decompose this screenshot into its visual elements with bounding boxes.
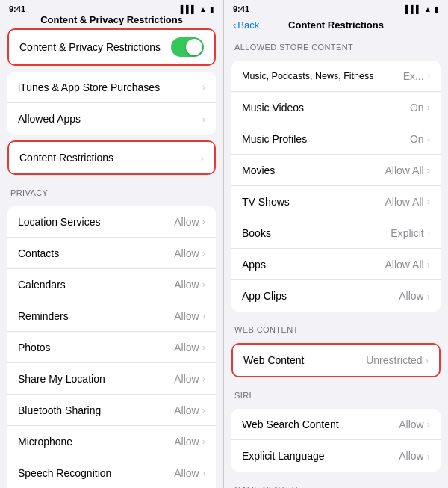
calendars-row[interactable]: Calendars Allow › xyxy=(7,269,216,300)
siri-group: Web Search Content Allow › Explicit Lang… xyxy=(231,409,441,472)
wifi-icon: ▲ xyxy=(424,5,432,13)
chevron-icon: › xyxy=(202,81,205,93)
chevron-icon: › xyxy=(202,436,205,447)
content-restrictions-label: Content Restrictions xyxy=(19,152,201,164)
app-clips-row[interactable]: App Clips Allow › xyxy=(231,280,441,312)
web-search-row[interactable]: Web Search Content Allow › xyxy=(231,409,441,440)
speech-value: Allow xyxy=(174,467,199,479)
calendars-label: Calendars xyxy=(18,279,174,291)
music-podcasts-row[interactable]: Music, Podcasts, News, Fitness Ex... › xyxy=(231,61,441,92)
music-podcasts-label: Music, Podcasts, News, Fitness xyxy=(242,71,403,81)
privacy-restrictions-toggle-row[interactable]: Content & Privacy Restrictions xyxy=(9,30,214,64)
location-value: Allow xyxy=(174,216,199,228)
chevron-icon: › xyxy=(202,279,205,290)
chevron-icon: › xyxy=(202,216,205,227)
chevron-icon: › xyxy=(427,196,430,207)
books-value: Explicit xyxy=(391,227,423,239)
music-videos-label: Music Videos xyxy=(242,102,410,114)
contacts-label: Contacts xyxy=(18,247,174,259)
toggle-knob xyxy=(186,39,202,55)
right-status-bar: 9:41 ▌▌▌ ▲ ▮ xyxy=(224,0,448,16)
web-content-header: WEB CONTENT xyxy=(224,318,448,337)
itunes-purchases-row[interactable]: iTunes & App Store Purchases › xyxy=(7,72,216,103)
app-clips-value: Allow xyxy=(399,290,423,302)
allowed-store-header: ALLOWED STORE CONTENT xyxy=(224,35,448,55)
location-label: Location Services xyxy=(18,216,174,228)
books-label: Books xyxy=(242,227,391,239)
chevron-icon: › xyxy=(427,451,430,462)
right-status-icons: ▌▌▌ ▲ ▮ xyxy=(405,5,439,13)
microphone-row[interactable]: Microphone Allow › xyxy=(7,426,216,457)
web-content-highlight: Web Content Unrestricted › xyxy=(231,343,441,377)
apps-row[interactable]: Apps Allow All › xyxy=(231,249,441,280)
contacts-value: Allow xyxy=(174,247,199,259)
web-content-row[interactable]: Web Content Unrestricted › xyxy=(233,345,439,376)
tv-shows-row[interactable]: TV Shows Allow All › xyxy=(231,186,441,217)
allowed-apps-label: Allowed Apps xyxy=(18,113,202,125)
photos-value: Allow xyxy=(174,342,199,353)
tv-shows-value: Allow All xyxy=(385,196,424,208)
itunes-purchases-label: iTunes & App Store Purchases xyxy=(18,81,202,93)
privacy-section-header: PRIVACY xyxy=(0,181,223,200)
chevron-icon: › xyxy=(202,310,205,321)
reminders-label: Reminders xyxy=(18,310,174,322)
chevron-icon: › xyxy=(427,291,430,302)
left-time: 9:41 xyxy=(9,4,25,13)
wifi-icon: ▲ xyxy=(199,5,207,13)
photos-label: Photos xyxy=(18,342,174,353)
chevron-icon: › xyxy=(202,404,205,416)
movies-row[interactable]: Movies Allow All › xyxy=(231,155,441,186)
back-label: Back xyxy=(237,19,259,31)
web-content-value: Unrestricted xyxy=(366,354,422,366)
explicit-language-label: Explicit Language xyxy=(242,450,399,462)
store-content-group: Music, Podcasts, News, Fitness Ex... › M… xyxy=(231,61,441,312)
music-profiles-value: On xyxy=(410,133,424,145)
left-status-icons: ▌▌▌ ▲ ▮ xyxy=(181,5,214,13)
bluetooth-row[interactable]: Bluetooth Sharing Allow › xyxy=(7,395,216,426)
movies-label: Movies xyxy=(242,164,385,176)
microphone-value: Allow xyxy=(174,436,199,448)
apps-value: Allow All xyxy=(385,259,424,271)
left-nav-bar: Content & Privacy Restrictions xyxy=(0,16,223,24)
chevron-icon: › xyxy=(427,164,430,176)
tv-shows-label: TV Shows xyxy=(242,196,385,208)
books-row[interactable]: Books Explicit › xyxy=(231,217,441,249)
apps-label: Apps xyxy=(242,259,385,271)
right-nav-bar: ‹ Back Content Restrictions xyxy=(224,16,448,35)
chevron-icon: › xyxy=(202,342,205,353)
game-center-header: GAME CENTER xyxy=(224,478,448,488)
siri-header: SIRI xyxy=(224,383,448,403)
content-restrictions-highlight: Content Restrictions › xyxy=(7,140,216,175)
right-time: 9:41 xyxy=(233,4,249,13)
web-content-label: Web Content xyxy=(243,354,366,366)
left-panel: 9:41 ▌▌▌ ▲ ▮ Content & Privacy Restricti… xyxy=(0,0,224,488)
signal-icon: ▌▌▌ xyxy=(181,5,196,13)
chevron-icon: › xyxy=(427,259,430,270)
explicit-language-value: Allow xyxy=(399,450,423,462)
content-restrictions-row[interactable]: Content Restrictions › xyxy=(9,142,214,173)
music-podcasts-value: Ex... xyxy=(403,70,424,82)
store-purchases-group: iTunes & App Store Purchases › Allowed A… xyxy=(7,72,216,135)
explicit-language-row[interactable]: Explicit Language Allow › xyxy=(231,440,441,472)
contacts-row[interactable]: Contacts Allow › xyxy=(7,238,216,269)
toggle-label: Content & Privacy Restrictions xyxy=(19,41,171,53)
privacy-restrictions-toggle[interactable] xyxy=(171,37,204,57)
share-location-row[interactable]: Share My Location Allow › xyxy=(7,363,216,395)
reminders-value: Allow xyxy=(174,310,199,322)
reminders-row[interactable]: Reminders Allow › xyxy=(7,300,216,332)
chevron-icon: › xyxy=(202,114,205,125)
location-services-row[interactable]: Location Services Allow › xyxy=(7,206,216,238)
battery-icon: ▮ xyxy=(435,5,439,13)
bluetooth-value: Allow xyxy=(174,404,199,416)
music-videos-row[interactable]: Music Videos On › xyxy=(231,92,441,123)
chevron-icon: › xyxy=(202,247,205,259)
back-button[interactable]: ‹ Back xyxy=(233,19,259,31)
chevron-icon: › xyxy=(426,355,429,366)
chevron-icon: › xyxy=(202,373,205,384)
allowed-apps-row[interactable]: Allowed Apps › xyxy=(7,103,216,135)
speech-recognition-row[interactable]: Speech Recognition Allow › xyxy=(7,457,216,488)
music-profiles-row[interactable]: Music Profiles On › xyxy=(231,123,441,155)
photos-row[interactable]: Photos Allow › xyxy=(7,332,216,363)
bluetooth-label: Bluetooth Sharing xyxy=(18,404,174,416)
chevron-icon: › xyxy=(427,133,430,144)
